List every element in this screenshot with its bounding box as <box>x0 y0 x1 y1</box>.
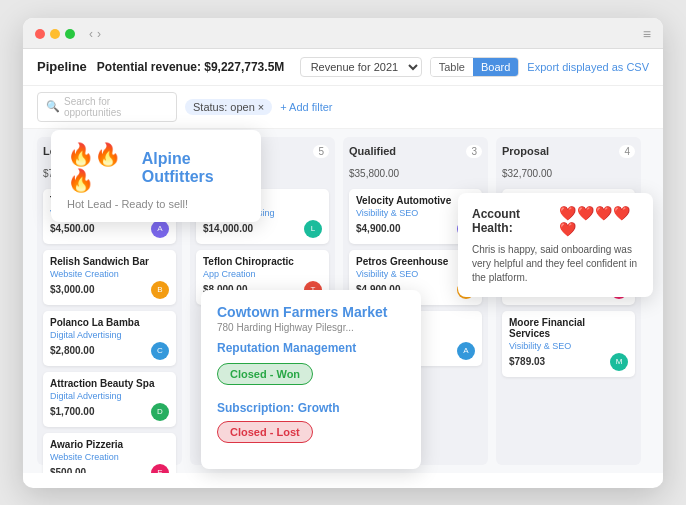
col-title-contact: Contact <box>196 145 237 157</box>
col-count-contact: 5 <box>313 145 329 158</box>
avatar: B <box>151 281 169 299</box>
list-item[interactable]: Moore Financial Services Visibility & SE… <box>502 311 635 377</box>
col-title-qualified: Qualified <box>349 145 396 157</box>
col-amount-contact: $61,000.00 <box>196 168 329 179</box>
list-item[interactable]: Pallister Street Footwear Website Creati… <box>502 189 635 244</box>
avatar: M <box>610 353 628 371</box>
revenue-label: Potential revenue: $9,227,773.5M <box>97 60 284 74</box>
avatar: V <box>457 220 475 238</box>
kanban-column-qualified: Qualified 3 $35,800.00 Velocity Automoti… <box>343 137 488 465</box>
back-icon[interactable]: ‹ <box>89 27 93 41</box>
col-amount-proposal: $32,700.00 <box>502 168 635 179</box>
maximize-button[interactable] <box>65 29 75 39</box>
avatar: D <box>151 403 169 421</box>
avatar: D <box>610 281 628 299</box>
search-icon: 🔍 <box>46 100 60 113</box>
avatar: P <box>457 281 475 299</box>
page-title: Pipeline <box>37 59 87 74</box>
avatar: C <box>151 342 169 360</box>
traffic-lights <box>35 29 75 39</box>
avatar: A <box>457 342 475 360</box>
forward-icon[interactable]: › <box>97 27 101 41</box>
avatar: T <box>304 281 322 299</box>
column-header-proposal: Proposal 4 <box>502 145 635 158</box>
list-item[interactable]: Lisa Cafe Digital Advertising $14,000.00… <box>196 189 329 244</box>
add-filter-button[interactable]: + Add filter <box>280 101 332 113</box>
list-item[interactable]: Teflon Chiropractic App Creation $8,000.… <box>196 250 329 305</box>
avatar: E <box>151 464 169 473</box>
close-button[interactable] <box>35 29 45 39</box>
card-company: T.R.L.M. Barbershop <box>50 195 147 206</box>
col-title-lead: Lead <box>43 145 69 157</box>
table-view-button[interactable]: Table <box>431 58 473 76</box>
search-placeholder: Search for opportunities <box>64 96 168 118</box>
avatar: A <box>151 220 169 238</box>
revenue-filter[interactable]: Revenue for 2021 <box>300 57 422 77</box>
column-header-qualified: Qualified 3 <box>349 145 482 158</box>
list-item[interactable]: Relish Sandwich Bar Website Creation $3,… <box>43 250 176 305</box>
export-button[interactable]: Export displayed as CSV <box>527 61 649 73</box>
minimize-button[interactable] <box>50 29 60 39</box>
col-amount-qualified: $35,800.00 <box>349 168 482 179</box>
col-title-proposal: Proposal <box>502 145 549 157</box>
list-item[interactable]: Digital Advertising Digital Advertising … <box>502 250 635 305</box>
browser-chrome: ‹ › ≡ <box>23 18 663 49</box>
browser-window: ‹ › ≡ Pipeline Potential revenue: $9,227… <box>23 18 663 488</box>
avatar: P <box>610 220 628 238</box>
view-toggle: Table Board <box>430 57 520 77</box>
col-count-lead: 8 <box>160 145 176 158</box>
kanban-column-lead: Lead 8 $70,000.00 T.R.L.M. Barbershop Vi… <box>37 137 182 465</box>
kanban-column-contact: Contact 5 $61,000.00 Lisa Cafe Digital A… <box>190 137 335 465</box>
menu-icon[interactable]: ≡ <box>643 26 651 42</box>
status-filter-chip[interactable]: Status: open × <box>185 99 272 115</box>
list-item[interactable]: Polanco La Bamba Digital Advertising $2,… <box>43 311 176 366</box>
column-header-contact: Contact 5 <box>196 145 329 158</box>
list-item[interactable]: Attraction Beauty Spa Digital Advertisin… <box>43 372 176 427</box>
column-header-lead: Lead 8 <box>43 145 176 158</box>
list-item[interactable]: Awario Pizzeria Website Creation $500.00… <box>43 433 176 473</box>
list-item[interactable]: Petros Greenhouse Visibility & SEO $4,90… <box>349 250 482 305</box>
list-item[interactable]: T.R.L.M. Barbershop Visibility & SEO $4,… <box>43 189 176 244</box>
toolbar: Pipeline Potential revenue: $9,227,773.5… <box>23 49 663 86</box>
list-item[interactable]: Artelaries Visibility & SEO $10,600.69 A <box>349 311 482 366</box>
filter-bar: 🔍 Search for opportunities Status: open … <box>23 86 663 129</box>
kanban-column-proposal: Proposal 4 $32,700.00 Pallister Street F… <box>496 137 641 465</box>
search-box[interactable]: 🔍 Search for opportunities <box>37 92 177 122</box>
kanban-board: Lead 8 $70,000.00 T.R.L.M. Barbershop Vi… <box>23 129 663 473</box>
avatar: L <box>304 220 322 238</box>
list-item[interactable]: Velocity Automotive Visibility & SEO $4,… <box>349 189 482 244</box>
col-amount-lead: $70,000.00 <box>43 168 176 179</box>
board-view-button[interactable]: Board <box>473 58 518 76</box>
app-content: Pipeline Potential revenue: $9,227,773.5… <box>23 49 663 483</box>
col-count-qualified: 3 <box>466 145 482 158</box>
nav-arrows: ‹ › <box>89 27 101 41</box>
col-count-proposal: 4 <box>619 145 635 158</box>
